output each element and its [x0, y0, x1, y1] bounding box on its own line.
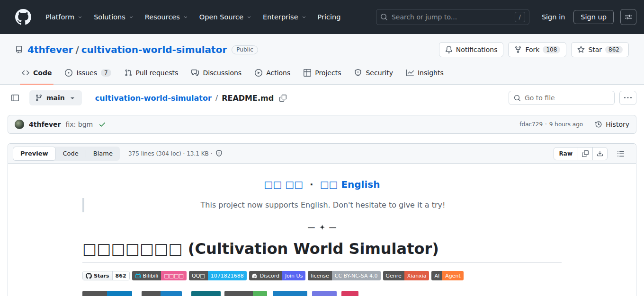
badge-label: Genre	[383, 271, 404, 280]
tab-insights[interactable]: Insights	[400, 63, 450, 84]
badge-stars[interactable]: Stars862	[82, 271, 130, 280]
nav-label: Pricing	[318, 13, 341, 21]
badge-row2-2[interactable]	[142, 291, 182, 296]
github-icon	[86, 273, 92, 279]
lang-zh-link[interactable]: □□ □□	[264, 179, 304, 190]
file-view-tab-code[interactable]: Code	[56, 147, 86, 161]
collapse-file-tree-button[interactable]	[8, 90, 23, 105]
notifications-button[interactable]: Notifications	[439, 42, 504, 57]
history-clock-icon	[595, 121, 602, 128]
side-panel-icon	[11, 94, 19, 102]
tab-projects[interactable]: Projects	[297, 63, 348, 84]
tab-issues[interactable]: Issues7	[58, 63, 117, 84]
badge-bilibili[interactable]: Bilibili□□□□	[132, 271, 187, 280]
chevron-down-icon	[78, 15, 82, 19]
badge-value: Agent	[442, 271, 464, 280]
tab-label: Projects	[315, 69, 341, 77]
download-raw-button[interactable]	[592, 148, 607, 160]
discussion-icon	[191, 69, 199, 77]
tab-security[interactable]: Security	[348, 63, 400, 84]
sign-up-button[interactable]: Sign up	[573, 10, 614, 24]
badge-label: license	[308, 271, 331, 280]
header-nav-open-source[interactable]: Open Source	[194, 9, 257, 25]
shield-icon	[354, 69, 362, 77]
file-view-tab-preview[interactable]: Preview	[13, 147, 56, 161]
badge-label: Stars	[83, 271, 113, 280]
header-nav-platform[interactable]: Platform	[40, 9, 88, 25]
avatar[interactable]	[15, 120, 24, 129]
fork-count: 108	[543, 46, 560, 53]
tab-code[interactable]: Code	[15, 63, 58, 84]
header-nav-solutions[interactable]: Solutions	[88, 9, 139, 25]
badge-license[interactable]: licenseCC BY-NC-SA 4.0	[308, 271, 380, 280]
appearance-settings-button[interactable]	[620, 9, 636, 25]
readme-file-container: PreviewCodeBlame 375 lines (304 loc) · 1…	[8, 143, 636, 296]
sliders-icon	[625, 13, 632, 21]
lang-en-link[interactable]: □□ English	[320, 179, 380, 190]
branch-selector[interactable]: main	[29, 90, 82, 105]
badge-row2-4[interactable]	[224, 291, 267, 296]
chevron-down-icon	[69, 94, 76, 102]
raw-button-group: Raw	[554, 147, 608, 160]
shield-info-icon[interactable]	[215, 150, 223, 157]
repo-owner-link[interactable]: 4thfever	[27, 44, 73, 55]
tab-label: Insights	[418, 69, 444, 77]
raw-button[interactable]: Raw	[554, 148, 578, 160]
badge-value: CC BY-NC-SA 4.0	[332, 271, 381, 280]
commit-dot-separator: ·	[545, 121, 547, 128]
history-label: History	[606, 121, 629, 128]
tab-discussions[interactable]: Discussions	[185, 63, 248, 84]
breadcrumb-repo-link[interactable]: cultivation-world-simulator	[95, 94, 212, 103]
bell-icon	[445, 46, 453, 53]
fork-button[interactable]: Fork 108	[508, 42, 566, 57]
tab-actions[interactable]: Actions	[248, 63, 297, 84]
badge-row2-7[interactable]	[341, 291, 358, 296]
commit-author-link[interactable]: 4thfever	[29, 121, 61, 128]
badge-ai[interactable]: AIAgent	[431, 271, 463, 280]
outline-button[interactable]	[613, 147, 628, 161]
badge-segment	[82, 291, 107, 296]
badge-discord[interactable]: DiscordJoin Us	[249, 271, 306, 280]
file-nav-row: main cultivation-world-simulator / READM…	[8, 90, 636, 105]
header-nav-enterprise[interactable]: Enterprise	[257, 9, 312, 25]
table-icon	[304, 69, 311, 77]
section-divider: — —	[82, 223, 562, 232]
badge-value: Join Us	[282, 271, 305, 280]
tab-pull-requests[interactable]: Pull requests	[118, 63, 185, 84]
go-to-file-input[interactable]	[525, 94, 609, 102]
file-view-tab-blame[interactable]: Blame	[86, 147, 120, 161]
badge-label: QQ□	[189, 271, 208, 280]
commit-message-link[interactable]: fix: bgm	[66, 121, 93, 128]
fork-label: Fork	[525, 46, 539, 53]
badge-qq-[interactable]: QQ□1071821688	[189, 271, 247, 280]
badge-row2-6[interactable]	[312, 291, 337, 296]
history-link[interactable]: History	[595, 121, 629, 128]
header-nav-resources[interactable]: Resources	[139, 9, 194, 25]
badge-segment	[312, 291, 337, 296]
search-icon	[514, 95, 521, 102]
badge-row-2	[82, 291, 562, 296]
more-options-button[interactable]	[619, 91, 636, 105]
check-icon[interactable]	[98, 121, 106, 128]
search-input[interactable]: Search or jump to... /	[376, 9, 529, 25]
header-nav-pricing[interactable]: Pricing	[312, 9, 347, 25]
copy-path-icon[interactable]	[279, 95, 286, 102]
search-placeholder: Search or jump to...	[392, 13, 457, 21]
breadcrumb: cultivation-world-simulator / README.md	[95, 94, 286, 103]
sign-in-link[interactable]: Sign in	[538, 10, 569, 24]
badge-row2-1[interactable]	[82, 291, 132, 296]
badge-row2-5[interactable]	[273, 291, 307, 296]
github-logo[interactable]	[15, 9, 31, 25]
copy-raw-button[interactable]	[578, 148, 592, 160]
badge-value: 862	[113, 271, 129, 280]
chevron-down-icon	[183, 15, 188, 19]
chevron-down-icon	[247, 15, 251, 19]
badge-row2-3[interactable]	[191, 291, 221, 296]
issue-icon	[65, 69, 72, 77]
repo-title-separator: /	[75, 44, 79, 55]
repo-name-link[interactable]: cultivation-world-simulator	[81, 44, 227, 55]
divider-dash-right: —	[329, 223, 337, 232]
global-header: PlatformSolutionsResourcesOpen SourceEnt…	[0, 0, 644, 34]
star-button[interactable]: Star 862	[571, 42, 629, 57]
badge-genre[interactable]: GenreXianxia	[383, 271, 429, 280]
